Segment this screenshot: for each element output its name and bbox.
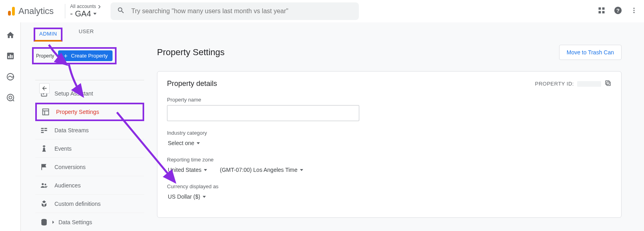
search-input[interactable] — [131, 8, 352, 15]
nav-label: Audiences — [54, 182, 80, 189]
explore-icon[interactable] — [6, 72, 15, 82]
svg-rect-1 — [8, 11, 11, 16]
caret-down-icon — [300, 169, 303, 171]
property-id-value — [577, 81, 601, 87]
svg-rect-4 — [599, 11, 601, 13]
svg-point-27 — [42, 183, 44, 185]
search-icon — [117, 6, 125, 16]
timezone-country-value: United States — [168, 167, 201, 173]
svg-rect-0 — [12, 7, 15, 16]
database-icon — [40, 218, 48, 226]
nav-label: Data Streams — [54, 127, 89, 133]
nav-label: Events — [54, 145, 72, 152]
svg-rect-19 — [43, 109, 49, 115]
svg-point-28 — [44, 183, 46, 185]
timezone-value-dropdown[interactable]: (GMT-07:00) Los Angeles Time — [219, 165, 304, 175]
nav-conversions[interactable]: Conversions — [35, 158, 144, 176]
property-admin-column: Property Create Property Setup Assistant… — [32, 41, 144, 231]
svg-rect-14 — [11, 55, 12, 58]
admin-tabs: ADMIN USER — [21, 22, 644, 41]
svg-rect-13 — [10, 54, 11, 58]
svg-point-17 — [9, 96, 12, 99]
property-header: Property Create Property — [32, 47, 117, 64]
property-name-row — [35, 66, 144, 80]
brand-name: Analytics — [18, 6, 54, 16]
page-title: Property Settings — [157, 47, 225, 58]
move-to-trash-button[interactable]: Move to Trash Can — [559, 45, 622, 60]
svg-rect-12 — [8, 56, 9, 58]
main-area: ADMIN USER Property Create Property Setu… — [21, 22, 644, 231]
timezone-value: (GMT-07:00) Los Angeles Time — [220, 167, 298, 173]
tab-admin[interactable]: ADMIN — [34, 28, 62, 42]
nav-events[interactable]: Events — [35, 139, 144, 158]
svg-rect-30 — [45, 187, 47, 188]
svg-point-8 — [634, 8, 635, 9]
nav-label: Custom definitions — [54, 201, 101, 207]
caret-down-icon — [197, 142, 200, 144]
copy-icon[interactable] — [604, 80, 612, 88]
property-column-label: Property — [36, 53, 54, 59]
property-id-label: PROPERTY ID: — [535, 81, 574, 87]
card-title: Property details — [167, 80, 217, 88]
top-header: Analytics All accounts - GA4 ? — [0, 0, 644, 22]
svg-rect-24 — [41, 130, 44, 131]
create-property-button[interactable]: Create Property — [58, 50, 113, 61]
timezone-label: Reporting time zone — [167, 157, 612, 163]
left-nav-rail — [0, 22, 21, 231]
audiences-icon — [40, 181, 48, 189]
svg-text:?: ? — [616, 7, 620, 13]
collapse-sidebar-button[interactable] — [39, 83, 50, 94]
tab-user[interactable]: USER — [78, 28, 94, 40]
custom-def-icon — [40, 200, 48, 208]
property-details-card: Property details PROPERTY ID: Property n… — [157, 71, 622, 218]
nav-label: Setup Assistant — [54, 90, 93, 97]
svg-rect-25 — [44, 130, 47, 131]
svg-rect-23 — [44, 128, 47, 129]
nav-property-settings[interactable]: Property Settings — [35, 103, 144, 121]
property-name-input[interactable] — [167, 105, 359, 121]
arrow-left-icon — [41, 85, 48, 92]
help-icon[interactable]: ? — [614, 6, 622, 16]
svg-point-9 — [634, 10, 635, 11]
property-id: PROPERTY ID: — [535, 80, 612, 88]
analytics-logo-icon — [6, 6, 16, 16]
nav-label: Data Settings — [58, 219, 92, 225]
svg-rect-29 — [45, 186, 48, 187]
search-bar[interactable] — [111, 2, 359, 20]
nav-custom-definitions[interactable]: Custom definitions — [35, 195, 144, 213]
svg-rect-32 — [607, 82, 610, 86]
account-property-selector[interactable]: All accounts - GA4 — [70, 4, 101, 18]
create-property-label: Create Property — [71, 53, 108, 59]
nav-data-settings[interactable]: Data Settings — [35, 213, 144, 231]
analytics-logo: Analytics — [6, 6, 54, 16]
nav-audiences[interactable]: Audiences — [35, 176, 144, 195]
divider — [65, 4, 65, 18]
timezone-country-dropdown[interactable]: United States — [167, 165, 208, 175]
caret-down-icon — [93, 13, 97, 15]
currency-value: US Dollar ($) — [168, 193, 200, 200]
currency-dropdown[interactable]: US Dollar ($) — [167, 192, 207, 201]
nav-data-streams[interactable]: Data Streams — [35, 121, 144, 139]
apps-icon[interactable] — [598, 6, 606, 16]
account-selector-topline: All accounts — [70, 4, 96, 9]
property-name-label: Property name — [167, 97, 612, 103]
industry-label: Industry category — [167, 130, 612, 136]
home-icon[interactable] — [6, 30, 15, 40]
reports-icon[interactable] — [6, 51, 15, 61]
more-vert-icon[interactable] — [630, 7, 638, 16]
svg-rect-26 — [41, 132, 44, 133]
svg-rect-22 — [41, 128, 44, 129]
nav-setup-assistant[interactable]: Setup Assistant — [35, 84, 144, 103]
nav-label: Conversions — [54, 164, 86, 170]
nav-label: Property Settings — [56, 109, 99, 115]
settings-content: Property Settings Move to Trash Can Prop… — [144, 41, 644, 231]
industry-value: Select one — [168, 140, 194, 146]
caret-down-icon — [204, 169, 207, 171]
industry-dropdown[interactable]: Select one — [167, 138, 201, 148]
svg-rect-33 — [606, 81, 609, 84]
advertising-icon[interactable] — [6, 93, 15, 102]
caret-right-icon — [51, 219, 55, 225]
currency-label: Currency displayed as — [167, 183, 612, 189]
chevron-right-icon — [98, 5, 101, 8]
svg-rect-5 — [602, 11, 605, 13]
